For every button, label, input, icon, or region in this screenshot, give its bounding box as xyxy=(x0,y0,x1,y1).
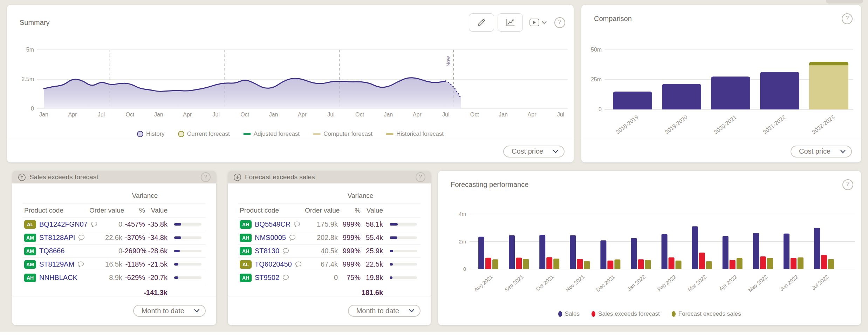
price-type-value: Cost price xyxy=(799,147,831,155)
order-value: 0 xyxy=(89,247,122,255)
forecasting-performance-chart[interactable]: 02m4mAug 2021Sep 2021Oct 2021Nov 2021Dec… xyxy=(438,206,861,304)
legend-item-historical-forecast[interactable]: Historical forecast xyxy=(386,130,444,138)
svg-text:Apr: Apr xyxy=(528,112,537,118)
svg-text:Sep 2021: Sep 2021 xyxy=(503,274,524,293)
legend-item-computer-forecast[interactable]: Computer forecast xyxy=(313,130,373,138)
variance-value: -35.8k xyxy=(145,220,168,228)
comparison-chart[interactable]: 025m50m2018-20192019-20202020-20212021-2… xyxy=(581,41,861,128)
col-product-code: Product code xyxy=(23,207,89,214)
product-code-link[interactable]: ST8128API xyxy=(39,234,75,242)
product-code-link[interactable]: BQ1242FGN07 xyxy=(39,220,88,228)
comment-icon[interactable] xyxy=(289,235,296,241)
comment-icon[interactable] xyxy=(77,261,84,267)
variance-bar-fill xyxy=(174,236,181,239)
variance-value: -20.7k xyxy=(145,274,168,282)
help-icon[interactable]: ? xyxy=(201,172,211,182)
svg-text:Jul: Jul xyxy=(212,112,219,118)
sales-exceeds-forecast-panel: Sales exceeds forecast ? Variance Produc… xyxy=(12,171,216,325)
table-row[interactable]: AHNNHBLACK8.9k-629%-20.7k xyxy=(23,271,206,284)
svg-text:0: 0 xyxy=(599,106,602,112)
svg-text:Apr: Apr xyxy=(298,112,307,118)
table-row[interactable]: AHNMS0005202.8k999%55.4k xyxy=(238,231,421,244)
variance-value: 19.8k xyxy=(361,274,383,282)
order-value: 67.4k xyxy=(305,260,338,268)
variance-value: 55.4k xyxy=(361,234,383,242)
panel-title: Forecasting performance xyxy=(451,181,528,189)
col-variance-value: Value xyxy=(361,207,383,214)
comment-icon[interactable] xyxy=(294,221,300,227)
table-row[interactable]: AHBQ5549CR175.9k999%58.1k xyxy=(238,217,421,231)
legend-item-history[interactable]: History xyxy=(137,130,165,138)
performance-chart-legend: SalesSales exceeds forecastForecast exce… xyxy=(438,310,861,317)
legend-item-forecast-exceeds-sales[interactable]: Forecast exceeds sales xyxy=(672,310,741,317)
svg-text:Jan: Jan xyxy=(154,112,163,118)
legend-item-adjusted-forecast[interactable]: Adjusted forecast xyxy=(243,130,300,138)
product-code-link[interactable]: TQ6020450 xyxy=(255,260,292,268)
legend-marker xyxy=(386,133,394,135)
svg-text:Jul: Jul xyxy=(98,112,105,118)
table-row[interactable]: AHST813040.5k999%25.9k xyxy=(238,244,421,257)
product-code-link[interactable]: ST8130 xyxy=(255,247,279,255)
variance-pct: 999% xyxy=(338,260,361,268)
comment-icon[interactable] xyxy=(282,275,289,281)
help-icon[interactable]: ? xyxy=(842,13,853,24)
variance-pct: -2690% xyxy=(122,247,145,255)
order-value: 8.9k xyxy=(89,274,122,282)
legend-marker xyxy=(178,131,184,137)
product-code-link[interactable]: ST8129AM xyxy=(39,260,74,268)
period-select[interactable]: Month to date xyxy=(348,305,421,317)
edit-forecast-button[interactable] xyxy=(469,13,494,32)
variance-bar xyxy=(390,236,417,239)
variance-pct: -629% xyxy=(122,274,145,282)
chevron-down-icon xyxy=(840,150,846,153)
product-code-link[interactable]: BQ5549CR xyxy=(255,220,291,228)
table-row[interactable]: AMST8129AM16.5k-118%-21.5k xyxy=(23,257,206,271)
help-icon[interactable]: ? xyxy=(842,179,853,190)
help-icon[interactable]: ? xyxy=(554,17,565,28)
variance-bar-fill xyxy=(390,236,397,239)
forecast-exceeds-sales-panel: Forecast exceeds sales ? Variance Produc… xyxy=(228,171,431,325)
svg-text:2.5m: 2.5m xyxy=(21,76,34,82)
order-value: 22.6k xyxy=(89,234,122,242)
variance-bar xyxy=(174,223,201,226)
partial-top-button[interactable] xyxy=(826,0,863,4)
pencil-icon xyxy=(477,18,486,27)
table-row[interactable]: AHST9502075%19.8k xyxy=(238,271,421,284)
product-code-link[interactable]: NNHBLACK xyxy=(39,274,77,282)
table-row[interactable]: AMTQ86660-2690%-28.6k xyxy=(23,244,206,257)
period-value: Month to date xyxy=(142,307,184,315)
comment-icon[interactable] xyxy=(78,235,85,241)
product-badge: AH xyxy=(240,234,252,242)
variance-pct: 999% xyxy=(338,247,361,255)
table-row[interactable]: ALBQ1242FGN070-457%-35.8k xyxy=(23,217,206,231)
table-row[interactable]: AMST8128API22.6k-370%-34.8k xyxy=(23,231,206,244)
play-menu-button[interactable] xyxy=(529,18,547,27)
svg-text:Oct: Oct xyxy=(240,112,249,118)
table-row[interactable]: ALTQ602045067.4k999%22.5k xyxy=(238,257,421,271)
summary-chart[interactable]: 02.5m5mNowJanAprJulOctJanAprJulOctJanApr… xyxy=(7,41,574,128)
svg-text:2020-2021: 2020-2021 xyxy=(713,114,738,135)
variance-value: -34.8k xyxy=(145,234,168,242)
product-code-link[interactable]: ST9502 xyxy=(255,274,279,282)
product-code-link[interactable]: TQ8666 xyxy=(39,247,64,255)
help-icon[interactable]: ? xyxy=(416,172,425,182)
svg-text:May 2022: May 2022 xyxy=(747,274,768,293)
legend-item-current-forecast[interactable]: Current forecast xyxy=(178,130,230,138)
comment-icon[interactable] xyxy=(282,248,289,254)
legend-item-sales[interactable]: Sales xyxy=(558,310,580,317)
svg-text:Apr: Apr xyxy=(68,112,77,118)
product-code-link[interactable]: NMS0005 xyxy=(255,234,286,242)
legend-item-sales-exceeds-forecast[interactable]: Sales exceeds forecast xyxy=(592,310,660,317)
variance-pct: 999% xyxy=(338,234,361,242)
legend-label: Current forecast xyxy=(187,130,230,138)
comment-icon[interactable] xyxy=(295,261,302,267)
col-variance-value: Value xyxy=(145,207,168,214)
price-type-select[interactable]: Cost price xyxy=(791,146,852,158)
svg-text:5m: 5m xyxy=(26,47,34,53)
caret-down-icon xyxy=(542,21,547,24)
variance-value: 22.5k xyxy=(361,260,383,268)
period-select[interactable]: Month to date xyxy=(133,305,206,317)
chart-view-button[interactable] xyxy=(498,13,523,32)
svg-text:2022-2023: 2022-2023 xyxy=(811,114,836,135)
price-type-select[interactable]: Cost price xyxy=(503,146,565,158)
